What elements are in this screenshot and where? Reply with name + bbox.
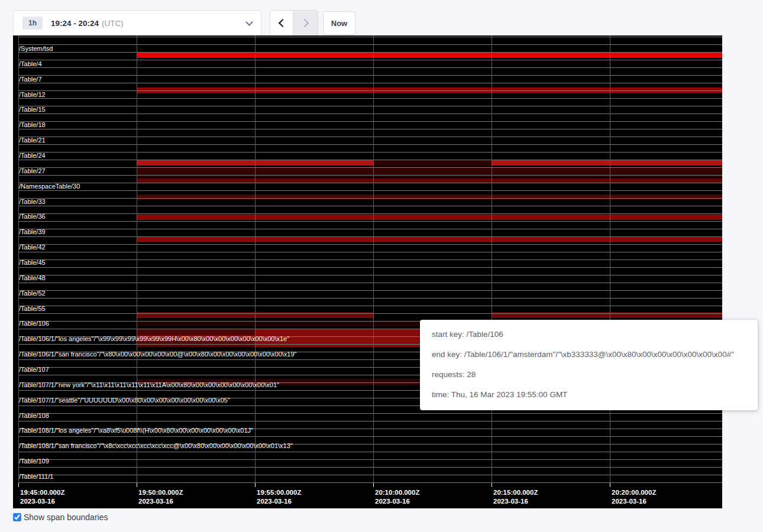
row-label: /NamespaceTable/30 — [19, 183, 80, 190]
span-boundary-line — [18, 190, 722, 191]
prev-timeframe-button[interactable] — [270, 10, 293, 36]
heat-band — [137, 52, 722, 58]
axis-time-text: 20:20:00.000Z — [612, 488, 656, 497]
heat-band — [373, 160, 492, 166]
span-boundary-line — [18, 313, 722, 314]
span-boundary-line — [18, 44, 722, 45]
time-gridline — [610, 35, 610, 487]
span-boundary-line — [18, 452, 722, 452]
span-boundary-line — [18, 137, 722, 137]
axis-time-text: 19:55:00.000Z — [257, 488, 301, 497]
axis-tick — [610, 483, 610, 487]
span-boundary-line — [18, 229, 722, 229]
row-label: /Table/42 — [19, 244, 46, 251]
axis-time-label: 19:50:00.000Z2023-03-16 — [138, 488, 183, 506]
time-gridline — [492, 35, 492, 487]
axis-time-label: 20:15:00.000Z2023-03-16 — [493, 488, 538, 506]
axis-time-text: 19:50:00.000Z — [138, 488, 183, 497]
axis-date-text: 2023-03-16 — [20, 497, 64, 506]
span-boundary-line — [18, 121, 722, 122]
row-label: /Table/111/1 — [19, 473, 53, 481]
axis-tick — [255, 483, 256, 487]
show-span-boundaries-checkbox[interactable] — [13, 513, 21, 521]
span-boundary-line — [18, 152, 722, 153]
span-boundary-line — [18, 482, 722, 483]
time-gridline — [255, 35, 256, 487]
span-boundary-line — [18, 275, 722, 275]
key-visualizer-page: 1h 19:24 - 20:24 (UTC) Now 19:45:00.000Z… — [0, 0, 763, 532]
row-label: /Table/48 — [19, 274, 46, 282]
time-range-dropdown[interactable]: 1h 19:24 - 20:24 (UTC) — [13, 10, 261, 36]
chevron-right-icon — [300, 19, 308, 27]
span-boundary-line — [18, 83, 722, 83]
range-label: 19:24 - 20:24 — [51, 19, 99, 28]
row-label: /Table/106/1/"san francisco"/"\x80\x00\x… — [19, 351, 297, 358]
row-label: /Table/106/1/"los angeles"/"\x99\x99\x99… — [19, 335, 289, 343]
span-boundary-line — [18, 252, 722, 252]
heatmap-canvas[interactable]: 19:45:00.000Z2023-03-1619:50:00.000Z2023… — [13, 35, 722, 508]
span-boundary-line — [18, 206, 722, 206]
axis-tick — [492, 483, 492, 487]
time-gridline — [137, 35, 137, 487]
axis-date-text: 2023-03-16 — [257, 497, 301, 506]
row-label: /Table/107/1/"seattle"/"UUUUUUD\x00\x80\… — [19, 397, 230, 404]
axis-time-label: 20:10:00.000Z2023-03-16 — [375, 488, 419, 506]
row-label: /System/tsd — [19, 45, 53, 53]
row-label: /Table/36 — [19, 213, 46, 220]
axis-time-label: 19:55:00.000Z2023-03-16 — [257, 488, 301, 506]
span-boundary-line — [18, 106, 722, 106]
axis-time-text: 19:45:00.000Z — [20, 488, 64, 497]
axis-tick — [18, 483, 19, 487]
span-boundary-line — [18, 198, 722, 199]
show-span-boundaries-label: Show span boundaries — [24, 512, 108, 522]
row-label: /Table/52 — [19, 290, 46, 297]
span-boundary-line — [18, 290, 722, 291]
next-timeframe-button[interactable] — [293, 10, 318, 36]
span-boundary-line — [18, 90, 722, 91]
row-label: /Table/24 — [19, 152, 46, 160]
row-label: /Table/15 — [19, 106, 46, 113]
axis-date-text: 2023-03-16 — [612, 497, 656, 506]
span-boundary-line — [18, 436, 722, 437]
row-label: /Table/106 — [19, 320, 49, 327]
tooltip-end-key: end key: /Table/106/1/"amsterdam"/"\xb33… — [432, 345, 746, 365]
span-boundary-line — [18, 244, 722, 245]
row-label: /Table/107/1/"new york"/"\x11\x11\x11\x1… — [19, 381, 279, 389]
row-label: /Table/108/1/"san francisco"/"\x8c\xcc\x… — [19, 442, 293, 450]
span-boundary-line — [18, 175, 722, 176]
time-gridline — [373, 35, 374, 487]
chevron-left-icon — [279, 19, 287, 27]
span-boundary-line — [18, 259, 722, 260]
span-boundary-line — [18, 283, 722, 283]
span-boundary-line — [18, 98, 722, 99]
tooltip-requests: requests: 28 — [432, 365, 746, 385]
row-label: /Table/33 — [19, 198, 46, 206]
row-label: /Table/18 — [19, 121, 46, 129]
row-label: /Table/39 — [19, 228, 46, 236]
range-duration-badge: 1h — [22, 17, 43, 30]
axis-time-text: 20:10:00.000Z — [375, 488, 419, 497]
heat-band — [492, 160, 722, 166]
row-label: /Table/45 — [19, 259, 46, 267]
span-boundary-line — [18, 475, 722, 475]
row-label: /Table/27 — [19, 167, 46, 175]
chevron-down-icon — [245, 18, 253, 26]
span-boundary-line — [18, 236, 722, 237]
span-boundary-line — [18, 267, 722, 268]
span-boundary-line — [18, 37, 722, 37]
span-boundary-line — [18, 306, 722, 306]
row-label: /Table/12 — [19, 91, 46, 99]
span-boundary-line — [18, 298, 722, 299]
now-button[interactable]: Now — [323, 11, 355, 35]
span-boundary-line — [18, 413, 722, 414]
span-boundary-line — [18, 213, 722, 214]
footer: Show span boundaries — [13, 512, 108, 522]
time-nav-group — [270, 10, 318, 36]
span-tooltip: start key: /Table/106 end key: /Table/10… — [420, 320, 758, 410]
row-label: /Table/7 — [19, 76, 42, 83]
span-boundary-line — [18, 75, 722, 76]
axis-time-text: 20:15:00.000Z — [493, 488, 538, 497]
axis-date-text: 2023-03-16 — [375, 497, 419, 506]
row-label: /Table/21 — [19, 137, 46, 144]
span-boundary-line — [18, 113, 722, 114]
